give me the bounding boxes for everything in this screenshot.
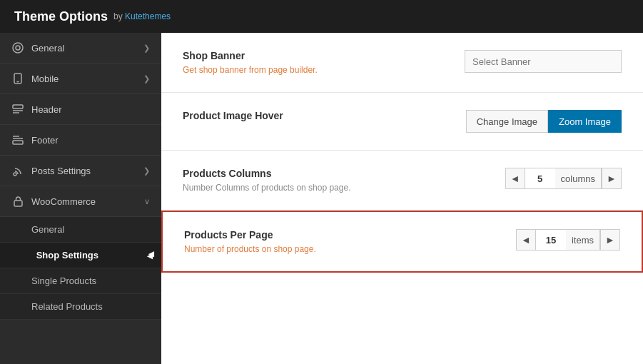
- columns-increment-button[interactable]: ►: [602, 168, 622, 189]
- shop-banner-label: Shop Banner Get shop banner from page bu…: [183, 50, 465, 75]
- chevron-right-icon-mobile: ❯: [143, 74, 150, 84]
- products-columns-label: Products Columns Number Columns of produ…: [183, 168, 505, 193]
- active-arrow-icon: ◀: [147, 251, 153, 259]
- sidebar-label-footer: Footer: [31, 135, 59, 146]
- woocommerce-submenu: General Shop Settings ◀ Single Products …: [0, 217, 161, 320]
- author-link[interactable]: Kutethemes: [125, 11, 171, 21]
- shop-banner-title: Shop Banner: [183, 50, 465, 61]
- top-header: Theme Options by Kutethemes: [0, 0, 643, 33]
- svg-point-10: [14, 173, 16, 176]
- perpage-decrement-button[interactable]: ◄: [516, 229, 536, 251]
- columns-unit: columns: [555, 168, 602, 189]
- zoom-image-button[interactable]: Zoom Image: [548, 110, 622, 133]
- products-columns-stepper: ◄ columns ►: [505, 168, 622, 189]
- section-product-image-hover: Product Image Hover Change Image Zoom Im…: [161, 93, 643, 151]
- products-per-page-label: Products Per Page Number of products on …: [184, 229, 516, 254]
- shop-banner-control: [465, 50, 622, 73]
- sidebar-item-footer[interactable]: Footer: [0, 125, 161, 156]
- columns-decrement-button[interactable]: ◄: [505, 168, 525, 189]
- perpage-unit: items: [566, 229, 600, 251]
- rss-icon: [11, 164, 24, 177]
- change-image-button[interactable]: Change Image: [466, 110, 548, 133]
- section-products-per-page: Products Per Page Number of products on …: [161, 211, 643, 273]
- perpage-value-input[interactable]: [536, 229, 566, 251]
- chevron-down-icon-woo: ∨: [144, 197, 150, 206]
- products-columns-control: ◄ columns ►: [505, 168, 622, 189]
- shop-banner-description: Get shop banner from page builder.: [183, 65, 465, 75]
- section-shop-banner: Shop Banner Get shop banner from page bu…: [161, 33, 643, 93]
- sidebar-item-woocommerce[interactable]: WooCommerce ∨: [0, 186, 161, 217]
- perpage-increment-button[interactable]: ►: [600, 229, 620, 251]
- products-per-page-title: Products Per Page: [184, 229, 516, 241]
- sidebar-label-mobile: Mobile: [31, 74, 59, 84]
- products-columns-description: Number Columns of products on shop page.: [183, 183, 505, 193]
- wp-icon: [11, 41, 24, 54]
- header-icon: [11, 103, 24, 116]
- sidebar-item-posts-settings[interactable]: Posts Settings ❯: [0, 156, 161, 186]
- product-image-hover-control: Change Image Zoom Image: [466, 110, 622, 133]
- sidebar-sub-item-single-products[interactable]: Single Products: [0, 268, 161, 294]
- sidebar-label-header: Header: [31, 104, 62, 115]
- products-per-page-description: Number of products on shop page.: [184, 244, 516, 254]
- sidebar-label-woocommerce: WooCommerce: [31, 196, 96, 207]
- sidebar: General ❯ Mobile ❯ Header: [0, 33, 161, 364]
- product-image-hover-title: Product Image Hover: [183, 110, 466, 121]
- chevron-right-icon: ❯: [143, 44, 150, 53]
- products-per-page-stepper: ◄ items ►: [516, 229, 620, 251]
- sidebar-item-header[interactable]: Header: [0, 94, 161, 125]
- content-area: Shop Banner Get shop banner from page bu…: [161, 33, 643, 364]
- sidebar-sub-item-shop-settings[interactable]: Shop Settings ◀: [0, 243, 161, 268]
- app-title: Theme Options: [14, 9, 108, 24]
- sidebar-item-mobile[interactable]: Mobile ❯: [0, 64, 161, 94]
- author-by: by Kutethemes: [113, 11, 171, 21]
- sidebar-sub-item-general[interactable]: General: [0, 217, 161, 243]
- svg-rect-11: [14, 201, 22, 206]
- sidebar-label-general: General: [31, 43, 64, 54]
- sidebar-label-posts-settings: Posts Settings: [31, 166, 91, 176]
- columns-value-input[interactable]: [525, 168, 555, 189]
- svg-rect-7: [13, 141, 23, 144]
- chevron-right-icon-posts: ❯: [143, 166, 150, 176]
- lock-icon: [11, 195, 24, 208]
- select-banner-input[interactable]: [465, 50, 622, 73]
- svg-point-1: [16, 46, 20, 50]
- main-layout: General ❯ Mobile ❯ Header: [0, 33, 643, 364]
- svg-rect-4: [13, 105, 23, 108]
- sidebar-item-general[interactable]: General ❯: [0, 33, 161, 64]
- mobile-icon: [11, 72, 24, 85]
- footer-icon: [11, 133, 24, 146]
- product-image-hover-label: Product Image Hover: [183, 110, 466, 125]
- section-products-columns: Products Columns Number Columns of produ…: [161, 151, 643, 211]
- sidebar-sub-item-related-products[interactable]: Related Products: [0, 294, 161, 320]
- products-columns-title: Products Columns: [183, 168, 505, 179]
- products-per-page-control: ◄ items ►: [516, 229, 620, 251]
- svg-point-0: [13, 43, 23, 53]
